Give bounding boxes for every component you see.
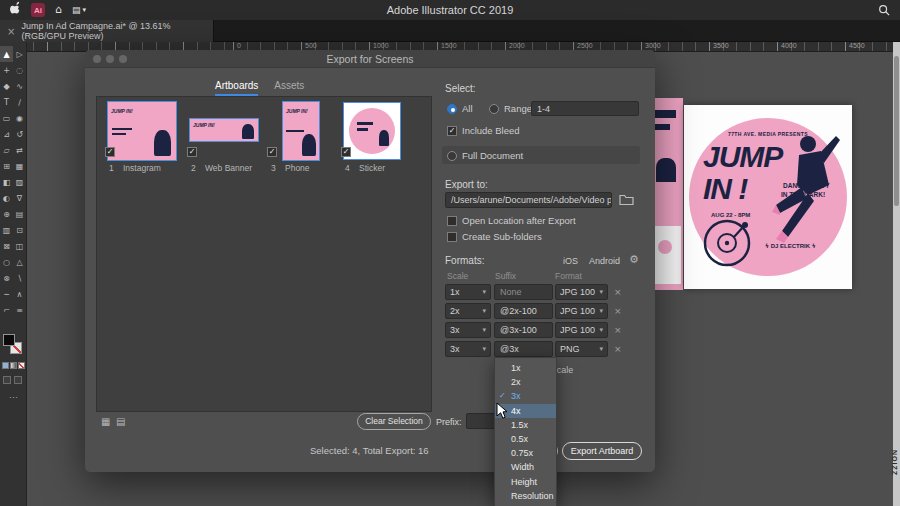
scale-tool[interactable]: ▱ <box>0 142 13 158</box>
apple-menu-icon[interactable] <box>10 0 21 20</box>
menu-item-resolution[interactable]: Resolution <box>495 489 556 503</box>
none-button[interactable] <box>18 362 25 369</box>
remove-format-button-3[interactable]: × <box>614 325 622 335</box>
mesh-tool[interactable]: ▨ <box>13 174 26 190</box>
pencil-tool[interactable]: ⊿ <box>0 126 13 142</box>
color-button[interactable] <box>2 362 9 369</box>
format-dropdown-1[interactable]: JPG 100▾ <box>555 284 608 300</box>
artboard-thumb-phone[interactable]: JUMP IN! <box>269 101 333 161</box>
illustrator-app-icon[interactable]: Ai <box>31 3 45 17</box>
magic-wand-tool[interactable]: + <box>0 62 13 78</box>
selection-tool[interactable]: ▲ <box>0 46 13 62</box>
traffic-zoom-button[interactable] <box>119 55 127 63</box>
eraser-tool[interactable]: △ <box>13 254 26 270</box>
free-transform-tool[interactable]: ⊞ <box>0 158 13 174</box>
radio-range-circle[interactable] <box>489 104 499 114</box>
radio-full-document-circle[interactable] <box>447 151 457 161</box>
format-dropdown-4[interactable]: PNG▾ <box>555 341 608 357</box>
scale-dropdown-4[interactable]: 3x▾ <box>445 341 491 357</box>
menu-item-0-5x[interactable]: 0.5x <box>495 432 556 446</box>
document-tab[interactable]: × Jump In Ad Campagne.ai* @ 13.61% (RGB/… <box>0 20 214 42</box>
remove-format-button-2[interactable]: × <box>614 306 622 316</box>
direct-selection-tool[interactable]: ▷ <box>13 46 26 62</box>
eyedropper-tool[interactable]: ∇ <box>13 190 26 206</box>
scale-dropdown-3[interactable]: 3x▾ <box>445 322 491 338</box>
curvature-tool[interactable]: ∿ <box>13 78 26 94</box>
remove-format-button-1[interactable]: × <box>614 287 622 297</box>
artboard-checkbox-3[interactable]: ✓ <box>267 147 277 157</box>
traffic-minimize-button[interactable] <box>106 55 114 63</box>
radio-all[interactable]: All <box>447 103 473 114</box>
workspace-switcher[interactable]: ▤ ▾ <box>72 0 86 20</box>
line-tool[interactable]: ∕ <box>13 94 26 110</box>
android-preset-button[interactable]: Android <box>589 256 620 266</box>
suffix-input-1[interactable]: None <box>494 284 553 300</box>
knife-tool[interactable]: ∖ <box>13 270 26 286</box>
rotate-tool[interactable]: ↺ <box>13 126 26 142</box>
open-location-checkbox[interactable]: Open Location after Export <box>447 215 576 226</box>
home-icon[interactable]: ⌂ <box>55 0 62 20</box>
artboard-thumb-sticker[interactable] <box>343 101 401 161</box>
gradient-button[interactable] <box>10 362 17 369</box>
suffix-input-4[interactable]: @3x <box>494 341 553 357</box>
scale-dropdown-1[interactable]: 1x▾ <box>445 284 491 300</box>
type-tool[interactable]: T <box>0 94 13 110</box>
format-dropdown-2[interactable]: JPG 100▾ <box>555 303 608 319</box>
tab-assets[interactable]: Assets <box>274 80 304 96</box>
export-artboard-button[interactable]: Export Artboard <box>562 442 642 460</box>
gear-icon[interactable]: ⚙ <box>629 253 639 266</box>
measure-tool[interactable]: ⌐ <box>0 302 13 318</box>
menu-item-1x[interactable]: 1x <box>495 361 556 375</box>
close-tab-icon[interactable]: × <box>7 26 15 37</box>
perspective-grid-tool[interactable]: ◧ <box>0 174 13 190</box>
radio-range[interactable]: Range: <box>489 103 535 114</box>
slice-tool[interactable]: ⊠ <box>0 238 13 254</box>
artboard-thumb-web-banner[interactable]: JUMP IN! <box>189 101 259 161</box>
folder-icon[interactable] <box>619 193 634 208</box>
toolbar-overflow-icon[interactable]: … <box>9 390 18 400</box>
symbol-sprayer-tool[interactable]: ▤ <box>13 206 26 222</box>
menu-item-2x[interactable]: 2x <box>495 375 556 389</box>
join-tool[interactable]: ∧ <box>13 286 26 302</box>
fill-color-swatch[interactable] <box>3 334 15 346</box>
blend-tool[interactable]: ⊕ <box>0 206 13 222</box>
tab-artboards[interactable]: Artboards <box>215 80 258 96</box>
format-dropdown-3[interactable]: JPG 100▾ <box>555 322 608 338</box>
export-path-input[interactable]: /Users/arune/Documents/Adobe/Video p <box>445 192 612 208</box>
rectangle-tool[interactable]: ▭ <box>0 110 13 126</box>
artboard-tool[interactable]: ⊡ <box>13 222 26 238</box>
zoom-tool[interactable]: ○ <box>0 254 13 270</box>
ios-preset-button[interactable]: iOS <box>563 256 578 266</box>
vertical-scrollbar[interactable] <box>893 42 900 506</box>
include-bleed-checkbox[interactable]: ✓ Include Bleed <box>447 125 520 136</box>
artboard-checkbox-1[interactable]: ✓ <box>105 147 115 157</box>
traffic-close-button[interactable] <box>93 55 101 63</box>
create-subfolders-checkbox[interactable]: Create Sub-folders <box>447 231 542 242</box>
menu-item-height[interactable]: Height <box>495 475 556 489</box>
shaper-tool[interactable]: ∼ <box>0 286 13 302</box>
range-input[interactable]: 1-4 <box>531 101 639 116</box>
hand-tool[interactable]: ◫ <box>13 238 26 254</box>
draw-normal-button[interactable] <box>3 376 11 384</box>
suffix-input-2[interactable]: @2x-100 <box>494 303 553 319</box>
menu-item-width[interactable]: Width <box>495 460 556 474</box>
remove-format-button-4[interactable]: × <box>614 344 622 354</box>
scissors-tool[interactable]: ⊗ <box>0 270 13 286</box>
scrollbar-thumb[interactable] <box>894 56 899 206</box>
artboard-checkbox-2[interactable]: ✓ <box>187 147 197 157</box>
grid-view-icon[interactable]: ▦ <box>101 416 110 427</box>
clear-selection-button[interactable]: Clear Selection <box>357 413 431 430</box>
column-graph-tool[interactable]: ▥ <box>0 222 13 238</box>
artboard-thumb-instagram[interactable]: JUMP IN! <box>107 101 177 161</box>
radio-all-circle[interactable] <box>447 104 457 114</box>
draw-behind-button[interactable] <box>14 376 22 384</box>
dialog-titlebar[interactable]: Export for Screens <box>85 50 655 68</box>
menu-item-0-75x[interactable]: 0.75x <box>495 446 556 460</box>
smooth-tool[interactable]: ≡ <box>13 302 26 318</box>
list-view-icon[interactable]: ▤ <box>116 416 125 427</box>
shape-builder-tool[interactable]: ▦ <box>13 158 26 174</box>
radio-full-document[interactable]: Full Document <box>447 150 523 161</box>
artboard-checkbox-4[interactable]: ✓ <box>341 147 351 157</box>
width-tool[interactable]: ⇄ <box>13 142 26 158</box>
suffix-input-3[interactable]: @3x-100 <box>494 322 553 338</box>
